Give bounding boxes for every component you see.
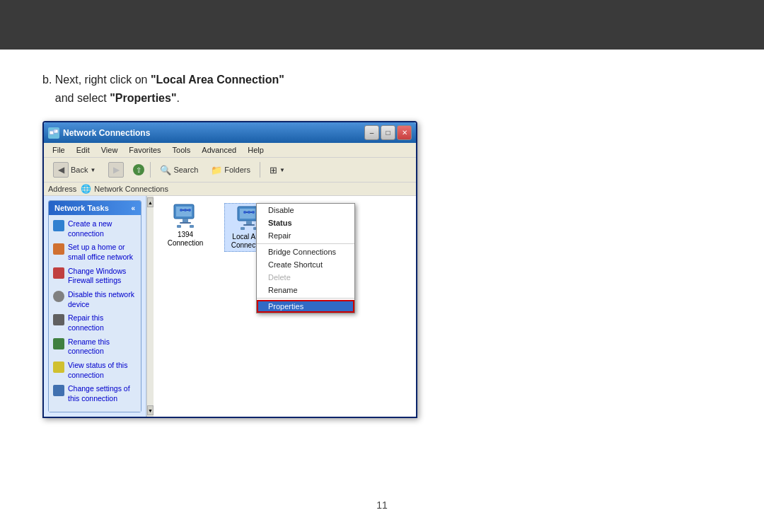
- network-tasks-body: Create a new connection Set up a home or…: [49, 215, 141, 412]
- icon-1394-svg: [171, 203, 199, 229]
- address-value: 🌐 Network Connections: [81, 184, 168, 194]
- svg-rect-21: [241, 227, 245, 230]
- toolbar-separator-1: [150, 162, 151, 178]
- icon-1394-connection[interactable]: 1394Connection: [161, 203, 210, 248]
- menu-file[interactable]: File: [47, 144, 71, 156]
- task-home-network[interactable]: Set up a home or small office network: [53, 243, 137, 262]
- search-label: Search: [173, 166, 198, 174]
- task-icon-disable: [53, 291, 64, 302]
- task-rename-label: Rename this connection: [68, 337, 137, 357]
- task-icon-rename: [53, 338, 64, 349]
- back-label: Back: [71, 166, 88, 174]
- svg-rect-0: [50, 131, 54, 134]
- window-title: Network Connections: [63, 128, 150, 138]
- svg-point-18: [243, 211, 246, 214]
- task-icon-create: [53, 220, 64, 231]
- menu-view[interactable]: View: [96, 144, 124, 156]
- back-button[interactable]: ◀ Back ▼: [48, 160, 100, 180]
- view-dropdown-icon: ▼: [279, 167, 285, 173]
- svg-rect-12: [190, 225, 194, 228]
- menu-favorites[interactable]: Favorites: [123, 144, 166, 156]
- folder-icon: 📁: [211, 165, 222, 175]
- task-rename[interactable]: Rename this connection: [53, 337, 137, 357]
- ctx-rename[interactable]: Rename: [257, 284, 354, 296]
- task-firewall-label: Change Windows Firewall settings: [68, 267, 137, 286]
- forward-button[interactable]: ▶: [103, 160, 129, 180]
- ctx-delete: Delete: [257, 271, 354, 284]
- xp-addressbar: Address 🌐 Network Connections: [44, 183, 416, 196]
- back-dropdown-icon: ▼: [90, 167, 96, 173]
- search-icon: 🔍: [160, 165, 171, 175]
- xp-titlebar: Network Connections – □ ✕: [44, 122, 416, 143]
- menu-tools[interactable]: Tools: [167, 144, 197, 156]
- address-network-icon: 🌐: [81, 184, 91, 194]
- ctx-disable[interactable]: Disable: [257, 204, 354, 216]
- svg-rect-6: [180, 222, 191, 224]
- xp-sidebar: Network Tasks « Create a new connection …: [44, 196, 146, 417]
- icon-1394-label: 1394Connection: [168, 231, 204, 248]
- svg-rect-14: [240, 209, 255, 219]
- address-text: Network Connections: [94, 185, 168, 193]
- svg-rect-15: [246, 221, 252, 224]
- task-icon-home: [53, 243, 64, 255]
- task-disable[interactable]: Disable this network device: [53, 290, 137, 309]
- top-header-bar: [0, 0, 764, 50]
- ctx-shortcut[interactable]: Create Shortcut: [257, 258, 354, 271]
- titlebar-left: Network Connections: [48, 127, 150, 139]
- titlebar-buttons: – □ ✕: [364, 125, 412, 140]
- tasks-collapse-icon[interactable]: «: [131, 204, 135, 212]
- task-settings[interactable]: Change settings of this connection: [53, 384, 137, 403]
- ctx-properties[interactable]: Properties: [257, 300, 354, 313]
- task-icon-repair: [53, 314, 64, 325]
- xp-menubar: File Edit View Favorites Tools Advanced …: [44, 143, 416, 158]
- task-repair-label: Repair this connection: [68, 313, 137, 332]
- task-repair[interactable]: Repair this connection: [53, 313, 137, 332]
- xp-toolbar: ◀ Back ▼ ▶ ⇧ 🔍 Search 📁 Folders ⊞ ▼: [44, 158, 416, 183]
- task-status[interactable]: View status of this connection: [53, 361, 137, 380]
- close-button[interactable]: ✕: [397, 125, 412, 140]
- address-label: Address: [48, 185, 76, 193]
- network-tasks-header: Network Tasks «: [49, 201, 141, 215]
- task-icon-settings: [53, 385, 64, 396]
- back-icon: ◀: [53, 162, 69, 178]
- ctx-status[interactable]: Status: [257, 216, 354, 229]
- main-content: b. Next, right click on "Local Area Conn…: [0, 50, 764, 439]
- svg-point-20: [252, 211, 255, 214]
- minimize-button[interactable]: –: [364, 125, 379, 140]
- svg-rect-11: [177, 225, 181, 228]
- svg-point-10: [188, 209, 191, 212]
- task-create-label: Create a new connection: [68, 219, 137, 238]
- folders-label: Folders: [224, 166, 250, 174]
- menu-edit[interactable]: Edit: [71, 144, 96, 156]
- context-menu: Disable Status Repair Bridge Connections…: [256, 203, 355, 313]
- network-tasks-label: Network Tasks: [54, 204, 109, 212]
- menu-help[interactable]: Help: [242, 144, 270, 156]
- task-icon-status: [53, 362, 64, 373]
- ctx-repair[interactable]: Repair: [257, 229, 354, 242]
- task-icon-firewall: [53, 267, 64, 279]
- scrollbar[interactable]: ▲ ▼: [146, 196, 154, 417]
- maximize-button[interactable]: □: [381, 125, 395, 140]
- ctx-separator-1: [257, 243, 354, 244]
- task-create-connection[interactable]: Create a new connection: [53, 219, 137, 238]
- view-button[interactable]: ⊞ ▼: [265, 163, 290, 178]
- ctx-bridge[interactable]: Bridge Connections: [257, 245, 354, 258]
- folders-button[interactable]: 📁 Folders: [206, 163, 255, 178]
- search-button[interactable]: 🔍 Search: [155, 163, 203, 178]
- task-status-label: View status of this connection: [68, 361, 137, 380]
- forward-icon: ▶: [108, 162, 124, 178]
- toolbar-separator-2: [260, 162, 260, 178]
- network-tasks-panel: Network Tasks « Create a new connection …: [48, 200, 141, 412]
- svg-rect-16: [243, 224, 255, 226]
- xp-main-content: Network Tasks « Create a new connection …: [44, 196, 416, 417]
- bold-text-2: "Properties": [110, 92, 176, 104]
- instruction-text: b. Next, right click on "Local Area Conn…: [42, 71, 722, 107]
- svg-point-8: [180, 209, 183, 212]
- task-settings-label: Change settings of this connection: [68, 384, 137, 403]
- menu-advanced[interactable]: Advanced: [196, 144, 242, 156]
- task-firewall[interactable]: Change Windows Firewall settings: [53, 267, 137, 286]
- xp-window: Network Connections – □ ✕ File Edit View…: [42, 121, 417, 418]
- view-icon: ⊞: [270, 165, 277, 175]
- up-button[interactable]: ⇧: [133, 164, 144, 175]
- page-number: 11: [376, 499, 388, 511]
